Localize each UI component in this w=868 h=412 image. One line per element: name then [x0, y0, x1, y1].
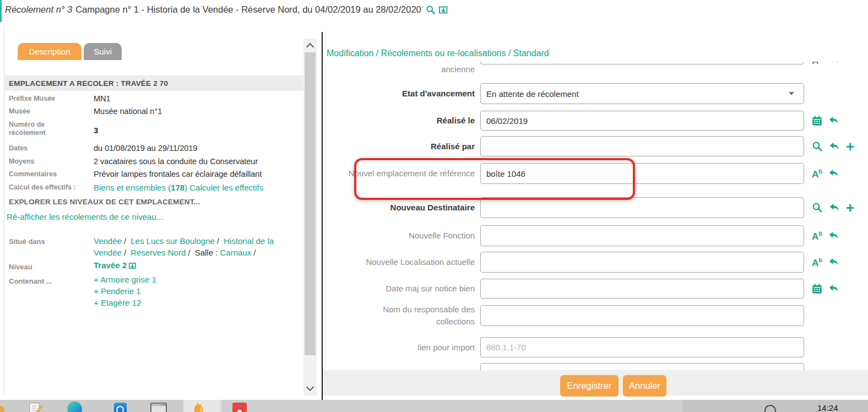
- undo-icon[interactable]: [828, 284, 839, 294]
- realise-le-input[interactable]: [480, 111, 804, 131]
- text-format-icon[interactable]: Ab: [812, 169, 822, 179]
- biens-link-post: ): [185, 183, 187, 192]
- field-row-partial-bottom: [323, 363, 868, 370]
- text-format-icon[interactable]: Ab: [812, 62, 822, 65]
- date-maj-input[interactable]: [480, 279, 804, 299]
- partial-bottom-input[interactable]: [480, 363, 804, 370]
- crumb-carnaux[interactable]: Carnaux: [220, 248, 252, 257]
- salle-label: Salle :: [195, 248, 218, 257]
- reshow-recolements-link[interactable]: Ré-afficher les récolements de ce niveau…: [7, 212, 163, 221]
- nouvelle-fonction-input[interactable]: [480, 225, 804, 246]
- taskbar-red-app-icon[interactable]: [232, 403, 247, 412]
- field-label-realise-par: Réalisé par: [345, 136, 475, 156]
- field-row-nom-responsable: Nom du responsable des collections: [323, 305, 868, 326]
- search-icon[interactable]: [812, 202, 823, 213]
- explore-levels-heading: EXPLORER LES NIVEAUX DE CET EMPLACEMENT.…: [9, 198, 200, 206]
- save-button[interactable]: Enregistrer: [560, 375, 619, 397]
- field-value-prefixe: MN1: [94, 94, 304, 104]
- biens-ensembles-link[interactable]: Biens et ensembles (178): [94, 183, 187, 192]
- undo-icon[interactable]: [828, 231, 839, 241]
- calculer-effectifs-link[interactable]: Calculer les effectifs: [189, 183, 263, 192]
- scroll-down-arrow-icon[interactable]: [306, 383, 314, 391]
- contenant-item: + Armoire grise 1: [94, 275, 156, 284]
- field-label-lien-import: lien pour import: [345, 337, 475, 357]
- open-window-icon[interactable]: [128, 262, 137, 269]
- text-format-icon[interactable]: Ab: [812, 231, 822, 241]
- search-icon[interactable]: [426, 5, 436, 15]
- field-label-ancienne: ancienne: [345, 64, 475, 75]
- crumb-reserves-nord[interactable]: Reserves Nord: [131, 248, 186, 257]
- undo-icon[interactable]: [829, 142, 840, 151]
- field-label-effectifs: Calcul des effectifs :: [9, 183, 90, 192]
- field-row-nouvel-emplacement: Nouvel emplacement de référence Ab: [323, 163, 868, 184]
- taskbar-browser-icon[interactable]: [67, 402, 82, 412]
- taskbar: 14:24: [0, 400, 868, 412]
- undo-icon[interactable]: [828, 257, 839, 267]
- add-icon[interactable]: +: [846, 141, 854, 152]
- calendar-icon[interactable]: [812, 284, 822, 294]
- field-label-numero: Numéro de récolement: [9, 121, 67, 137]
- scroll-up-arrow-icon[interactable]: [306, 43, 314, 51]
- form-scroll-area: ancienne Ab Etat d'avancement En attente…: [323, 62, 868, 370]
- tab-suivi[interactable]: Suivi: [84, 43, 122, 60]
- taskbar-mail-icon[interactable]: [114, 403, 127, 412]
- crumb-vendee[interactable]: Vendée: [94, 236, 122, 246]
- add-icon[interactable]: +: [846, 202, 854, 213]
- taskbar-window-icon[interactable]: [150, 403, 167, 412]
- realise-par-input[interactable]: [480, 136, 804, 156]
- penderie-link[interactable]: + Penderie 1: [94, 286, 140, 296]
- field-label-nouvel-emplacement: Nouvel emplacement de référence: [345, 163, 475, 184]
- field-row-nouvelle-localisation: Nouvelle Localisation actuelle Ab: [323, 252, 868, 273]
- undo-icon[interactable]: [829, 203, 840, 213]
- undo-icon[interactable]: [828, 62, 839, 65]
- field-label-prefixe: Préfixe Musée: [9, 95, 90, 103]
- etagere-link[interactable]: + Etagère 12: [94, 298, 141, 307]
- nouvelle-localisation-input[interactable]: [480, 252, 804, 273]
- nom-responsable-input[interactable]: [480, 305, 804, 326]
- text-format-icon[interactable]: Ab: [812, 257, 822, 268]
- nouvel-emplacement-input[interactable]: [480, 163, 804, 184]
- field-icons-realise-le: [812, 111, 839, 131]
- armoire-grise-link[interactable]: + Armoire grise 1: [94, 275, 156, 284]
- crumb-les-lucs[interactable]: Les Lucs sur Boulogne: [131, 236, 215, 246]
- record-title-italic: Récolement n° 3: [5, 4, 72, 15]
- undo-icon[interactable]: [828, 116, 839, 126]
- undo-icon[interactable]: [828, 169, 839, 178]
- taskbar-flame-icon[interactable]: [191, 401, 206, 412]
- travee-link[interactable]: Travée 2: [94, 261, 127, 270]
- lien-import-input[interactable]: [480, 337, 804, 357]
- scrollbar-thumb[interactable]: [305, 52, 316, 355]
- left-section-header: EMPLACEMENT A RECOLER : TRAVÉE 2 70: [5, 75, 303, 91]
- tab-description[interactable]: Description: [18, 43, 82, 60]
- location-breadcrumb: Vendée/ Les Lucs sur Boulogne/ Historial…: [94, 235, 304, 258]
- field-label-dates: Dates: [9, 144, 90, 153]
- chevron-down-icon: [789, 92, 794, 95]
- field-label-musee: Musée: [9, 107, 90, 116]
- left-panel-scrollbar[interactable]: [303, 39, 317, 395]
- taskbar-icon-partial[interactable]: [0, 406, 4, 412]
- taskbar-notepad-icon[interactable]: [29, 402, 43, 412]
- taskbar-clock[interactable]: 14:24: [817, 403, 838, 412]
- etat-avancement-value: En attente de récolement: [486, 89, 579, 99]
- field-row-realise-par: Réalisé par +: [323, 136, 868, 156]
- tab-suivi-label: Suivi: [94, 47, 112, 56]
- cancel-button[interactable]: Annuler: [623, 375, 666, 397]
- ancienne-input[interactable]: [480, 62, 804, 64]
- open-window-icon[interactable]: [438, 5, 448, 14]
- reshow-recolements-link-line: Ré-afficher les récolements de ce niveau…: [7, 212, 163, 221]
- effectifs-links: Biens et ensembles (178) Calculer les ef…: [94, 182, 304, 193]
- field-value-dates: du 01/08/2019 au 29/11/2019: [94, 143, 304, 154]
- form-footer: Enregistrer Annuler: [323, 370, 868, 395]
- search-icon[interactable]: [812, 141, 823, 152]
- field-icons-nouvelle-localisation: Ab: [812, 252, 839, 273]
- calendar-icon[interactable]: [812, 116, 822, 126]
- niveau-value: Travée 2: [94, 261, 137, 270]
- etat-avancement-select[interactable]: En attente de récolement: [480, 83, 804, 104]
- field-row-realise-le: Réalisé le: [323, 111, 868, 131]
- field-label-date-maj: Date maj sur notice bien: [345, 279, 475, 299]
- crumb-separator: /: [253, 248, 256, 257]
- tab-description-label: Description: [29, 47, 70, 56]
- form-breadcrumb: Modification / Récolements ou re-localis…: [327, 48, 549, 58]
- field-row-lien-import: lien pour import: [323, 337, 868, 357]
- nouveau-destinataire-input[interactable]: [480, 197, 804, 218]
